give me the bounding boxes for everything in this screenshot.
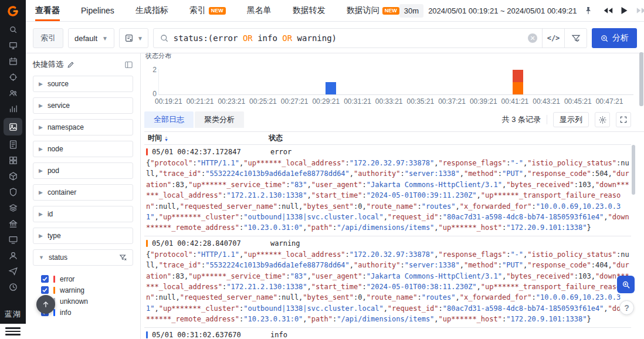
log-row[interactable]: 05/01 00:42:37.172847error{"protocol":"H…: [144, 145, 631, 236]
nav-item[interactable]: 索引NEW: [189, 0, 226, 21]
time-controls: 30m 2024/05/01 00:19:21 ~ 2024/05/01 00:…: [399, 4, 644, 18]
divider: [547, 115, 547, 124]
chevron-right-icon: ▶: [39, 233, 43, 239]
time-range-display[interactable]: 2024/05/01 00:19:21 ~ 2024/05/01 00:49:2…: [428, 6, 577, 15]
dashboard-icon[interactable]: [4, 38, 22, 53]
app-sidebar: 蓝湖: [0, 0, 26, 339]
log-row[interactable]: 05/01 00:31:02.637670info{"protocol":"HT…: [144, 328, 631, 339]
scope-icon[interactable]: [4, 69, 22, 85]
app-logo[interactable]: [0, 0, 26, 22]
nav-item-label: Pipelines: [81, 6, 114, 15]
bar-segment-error: [513, 70, 523, 82]
stack-icon[interactable]: [4, 200, 22, 216]
analyze-button[interactable]: 分析: [592, 28, 637, 48]
filter-item-source[interactable]: ▶source: [33, 76, 133, 92]
code-mode-toggle[interactable]: </>: [542, 29, 564, 48]
nav-item[interactable]: 黑名单: [247, 0, 272, 21]
back-to-top-button[interactable]: [36, 295, 55, 314]
table-scrollbar[interactable]: [632, 145, 635, 195]
account-icon[interactable]: [4, 248, 22, 263]
help-button[interactable]: ?: [619, 300, 634, 315]
announce-icon[interactable]: [4, 263, 22, 279]
tab-all-logs[interactable]: 全部日志: [144, 111, 194, 128]
log-time: 05/01 00:42:37.172847: [152, 148, 270, 156]
index-label: 索引: [33, 28, 63, 48]
x-tick-label: 00:39:21: [470, 97, 501, 106]
nav-item[interactable]: 数据转发: [293, 0, 326, 21]
status-color-swatch: [53, 287, 55, 294]
smart-search-widget[interactable]: [617, 276, 635, 293]
integration-icon[interactable]: [4, 168, 22, 184]
status-option-info[interactable]: info: [41, 307, 133, 318]
status-option-error[interactable]: error: [41, 273, 133, 284]
status-color-bar: [146, 148, 148, 155]
page-scrollbar[interactable]: [639, 52, 643, 106]
arrow-up-icon: [42, 300, 50, 309]
checkbox[interactable]: [41, 275, 49, 283]
filter-item-namespace[interactable]: ▶namespace: [33, 119, 133, 135]
clear-filter-icon[interactable]: [119, 253, 127, 262]
chart-bar[interactable]: [326, 82, 336, 94]
filter-item-status[interactable]: ▼ status: [33, 249, 133, 266]
column-header-time[interactable]: 时间: [148, 133, 162, 143]
nav-item[interactable]: 数据访问NEW: [347, 0, 399, 21]
step-forward-icon[interactable]: [635, 4, 644, 17]
chart-plot-area[interactable]: 20: [158, 69, 633, 95]
time-shortcut-button[interactable]: 30m: [399, 4, 423, 18]
new-badge: NEW: [382, 7, 399, 15]
pin-icon[interactable]: [582, 4, 595, 17]
filter-item-type[interactable]: ▶type: [33, 228, 133, 244]
step-back-icon[interactable]: [602, 4, 615, 17]
index-select[interactable]: default ▼: [68, 28, 114, 48]
filter-item-service[interactable]: ▶service: [33, 97, 133, 114]
settings-gear-icon[interactable]: [595, 112, 610, 127]
tab-cluster-analysis[interactable]: 聚类分析: [195, 111, 244, 128]
checkbox[interactable]: [41, 286, 49, 294]
collapse-panel-icon[interactable]: [124, 60, 133, 69]
edit-pencil-icon[interactable]: [67, 61, 74, 69]
search-icon[interactable]: [4, 22, 22, 38]
nav-item[interactable]: 查看器: [35, 0, 60, 21]
status-option-warning[interactable]: warning: [41, 284, 133, 296]
nav-item[interactable]: Pipelines: [81, 0, 114, 21]
logs-icon[interactable]: [4, 137, 22, 152]
log-row[interactable]: 05/01 00:42:28.840707warning{"protocol":…: [144, 236, 631, 328]
search-input[interactable]: status:(error OR info OR warning): [154, 29, 528, 48]
chevron-right-icon: ▶: [39, 211, 43, 217]
chevron-down-icon: ▼: [137, 35, 143, 42]
filter-item-id[interactable]: ▶id: [33, 206, 133, 222]
clear-query-icon[interactable]: ✕: [528, 33, 537, 43]
x-tick-label: 00:29:21: [312, 97, 344, 106]
status-color-swatch: [53, 276, 55, 283]
monitor-icon[interactable]: [4, 232, 22, 248]
analytics-icon[interactable]: [4, 101, 22, 117]
chevron-right-icon: ▶: [39, 146, 43, 152]
chart-bar[interactable]: [513, 70, 523, 94]
saved-view-select[interactable]: ▼: [119, 28, 148, 48]
apps-icon[interactable]: [4, 152, 22, 168]
fullscreen-icon[interactable]: [616, 112, 631, 127]
clock-icon[interactable]: [4, 279, 22, 295]
x-tick-label: 00:33:21: [375, 97, 407, 106]
filter-edit-icon[interactable]: [564, 29, 587, 48]
team-icon[interactable]: [4, 85, 22, 101]
viewer-icon[interactable]: [4, 118, 22, 135]
status-option-label: unknown: [60, 297, 88, 306]
show-columns-button[interactable]: 显示列: [553, 112, 589, 127]
lanhu-menu-icon[interactable]: [0, 324, 26, 339]
x-tick-label: 00:43:21: [533, 97, 564, 106]
filter-item-container[interactable]: ▶container: [33, 184, 133, 201]
sort-icon[interactable]: ▲▼: [164, 135, 168, 141]
infrastructure-icon[interactable]: [4, 216, 22, 232]
status-distribution-chart: 状态分布 20 00:19:2100:21:2100:23:2100:25:21…: [145, 52, 633, 106]
nav-item[interactable]: 生成指标: [135, 0, 168, 21]
x-tick-label: 00:31:21: [344, 97, 375, 106]
play-icon[interactable]: [618, 4, 631, 17]
filter-item-pod[interactable]: ▶pod: [33, 162, 133, 179]
nav-item-label: 数据转发: [293, 5, 326, 16]
security-icon[interactable]: [4, 184, 22, 200]
filter-item-node[interactable]: ▶node: [33, 141, 133, 157]
x-tick-label: 00:41:21: [501, 97, 533, 106]
filter-item-label: status: [49, 253, 67, 262]
calendar-icon[interactable]: [4, 53, 22, 69]
